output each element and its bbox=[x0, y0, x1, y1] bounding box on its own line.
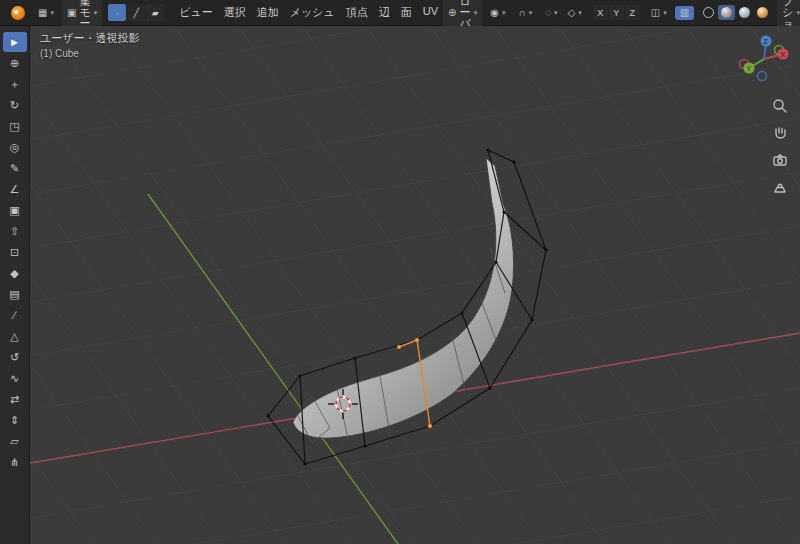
wireframe-sphere-icon bbox=[703, 7, 714, 18]
cursor-icon: ⊕ bbox=[10, 58, 19, 69]
mirror-y-button[interactable]: Y bbox=[609, 5, 624, 20]
rotate-icon: ↻ bbox=[10, 100, 19, 111]
tool-smooth[interactable]: ∿ bbox=[3, 368, 27, 388]
camera-view-button[interactable] bbox=[770, 150, 790, 170]
tool-rotate[interactable]: ↻ bbox=[3, 95, 27, 115]
chevron-down-icon: ▾ bbox=[797, 9, 800, 16]
tool-transform[interactable]: ◎ bbox=[3, 137, 27, 157]
face-select-button[interactable]: ▰ bbox=[146, 4, 164, 21]
shading-material-button[interactable] bbox=[736, 5, 753, 20]
tool-loop-cut[interactable]: ▤ bbox=[3, 284, 27, 304]
tool-edge-slide[interactable]: ⇄ bbox=[3, 389, 27, 409]
pivot-icon: ◉ bbox=[490, 8, 499, 18]
gizmo-toggle-dropdown[interactable]: ◇ ▾ bbox=[563, 6, 587, 20]
smooth-icon: ∿ bbox=[10, 373, 19, 384]
edge-select-icon: ╱ bbox=[133, 8, 138, 18]
tool-measure[interactable]: ∠ bbox=[3, 179, 27, 199]
vertex-select-icon: ∙ bbox=[116, 8, 119, 18]
chevron-down-icon: ▾ bbox=[502, 9, 506, 16]
add-cube-icon: ▣ bbox=[9, 205, 19, 216]
magnet-icon: ∩ bbox=[518, 8, 525, 18]
tool-shrink-fatten[interactable]: ⇕ bbox=[3, 410, 27, 430]
chevron-down-icon: ▾ bbox=[529, 9, 533, 16]
tool-scale[interactable]: ◳ bbox=[3, 116, 27, 136]
measure-icon: ∠ bbox=[10, 184, 20, 195]
bevel-icon: ◆ bbox=[10, 268, 18, 279]
floor-grid bbox=[30, 26, 800, 544]
chevron-down-icon: ▾ bbox=[94, 9, 98, 16]
knife-icon: ∕ bbox=[14, 310, 16, 321]
menu-uv[interactable]: UV bbox=[418, 3, 443, 22]
xray-toggle[interactable]: ▥ bbox=[675, 6, 694, 20]
mirror-z-button[interactable]: Z bbox=[625, 5, 640, 20]
tool-move[interactable]: ＋ bbox=[3, 74, 27, 94]
tool-select-box[interactable]: ► bbox=[3, 32, 27, 52]
chevron-down-icon: ▾ bbox=[554, 9, 558, 16]
menu-mesh[interactable]: メッシュ bbox=[285, 3, 340, 22]
menu-bar: ビュー 選択 追加 メッシュ 頂点 辺 面 UV bbox=[174, 3, 443, 22]
viewport-canvas[interactable] bbox=[30, 26, 800, 544]
loop-cut-icon: ▤ bbox=[9, 289, 19, 300]
select-box-icon: ► bbox=[9, 37, 20, 48]
editor-type-button[interactable]: ▦ ▾ bbox=[33, 6, 59, 20]
menu-select[interactable]: 選択 bbox=[219, 3, 251, 22]
tool-shear[interactable]: ▱ bbox=[3, 431, 27, 451]
poly-build-icon: △ bbox=[10, 331, 18, 342]
edge-slide-icon: ⇄ bbox=[10, 394, 19, 405]
proportional-editing-toggle[interactable]: ◌ ▾ bbox=[540, 6, 562, 20]
solid-sphere-icon bbox=[721, 7, 732, 18]
proportional-circle-icon: ◌ bbox=[545, 8, 551, 18]
select-mode-group: ∙ ╱ ▰ bbox=[108, 4, 164, 21]
tool-inset-faces[interactable]: ⊡ bbox=[3, 242, 27, 262]
toggle-perspective-button[interactable] bbox=[770, 177, 790, 197]
edge-select-button[interactable]: ╱ bbox=[127, 4, 145, 21]
transform-icon: ◎ bbox=[10, 142, 20, 153]
overlays-dropdown[interactable]: ◫ ▾ bbox=[646, 6, 672, 20]
move-icon: ＋ bbox=[9, 79, 20, 90]
tool-poly-build[interactable]: △ bbox=[3, 326, 27, 346]
zoom-button[interactable] bbox=[770, 96, 790, 116]
tool-bevel[interactable]: ◆ bbox=[3, 263, 27, 283]
tool-spin[interactable]: ↺ bbox=[3, 347, 27, 367]
editor-type-icon: ▦ bbox=[38, 8, 47, 18]
shading-wireframe-button[interactable] bbox=[700, 5, 717, 20]
rendered-sphere-icon bbox=[757, 7, 768, 18]
tool-extrude-region[interactable]: ⇧ bbox=[3, 221, 27, 241]
tool-cursor[interactable]: ⊕ bbox=[3, 53, 27, 73]
navigation-gizmo[interactable]: Z X Y bbox=[734, 28, 794, 88]
tool-annotate[interactable]: ✎ bbox=[3, 158, 27, 178]
toolbar: ►⊕＋↻◳◎✎∠▣⇧⊡◆▤∕△↺∿⇄⇕▱⋔ bbox=[0, 26, 30, 544]
shrink-fatten-icon: ⇕ bbox=[10, 415, 19, 426]
viewport-nav-buttons bbox=[770, 96, 790, 197]
material-sphere-icon bbox=[739, 7, 750, 18]
tool-add-cube[interactable]: ▣ bbox=[3, 200, 27, 220]
axis-z-neg-ball[interactable] bbox=[758, 72, 767, 81]
vertex-select-button[interactable]: ∙ bbox=[108, 4, 126, 21]
menu-add[interactable]: 追加 bbox=[252, 3, 284, 22]
overlays-icon: ◫ bbox=[651, 8, 660, 18]
viewport-3d[interactable]: ユーザー・透視投影 (1) Cube Z X Y bbox=[30, 26, 800, 544]
globe-icon: ⊕ bbox=[448, 8, 456, 18]
banana-object[interactable] bbox=[293, 158, 514, 438]
menu-edge[interactable]: 辺 bbox=[374, 3, 395, 22]
extrude-region-icon: ⇧ bbox=[10, 226, 19, 237]
menu-face[interactable]: 面 bbox=[396, 3, 417, 22]
perspective-grid-icon bbox=[771, 178, 789, 196]
blender-menu-button[interactable] bbox=[6, 4, 30, 22]
mirror-axis-group: X Y Z bbox=[593, 5, 640, 20]
annotate-icon: ✎ bbox=[10, 163, 19, 174]
shading-rendered-button[interactable] bbox=[754, 5, 771, 20]
tool-knife[interactable]: ∕ bbox=[3, 305, 27, 325]
menu-view[interactable]: ビュー bbox=[174, 3, 218, 22]
rip-region-icon: ⋔ bbox=[10, 457, 19, 468]
spin-icon: ↺ bbox=[10, 352, 19, 363]
snap-toggle[interactable]: ∩ ▾ bbox=[513, 6, 537, 20]
blender-window: ▦ ▾ ▣ 編集モード ▾ ∙ ╱ ▰ ビュー 選択 bbox=[0, 0, 800, 544]
zoom-icon bbox=[771, 97, 789, 115]
mirror-x-button[interactable]: X bbox=[593, 5, 608, 20]
pan-button[interactable] bbox=[770, 123, 790, 143]
pivot-point-dropdown[interactable]: ◉ ▾ bbox=[485, 6, 510, 20]
shading-solid-button[interactable] bbox=[718, 5, 735, 20]
tool-rip-region[interactable]: ⋔ bbox=[3, 452, 27, 472]
menu-vertex[interactable]: 頂点 bbox=[341, 3, 373, 22]
